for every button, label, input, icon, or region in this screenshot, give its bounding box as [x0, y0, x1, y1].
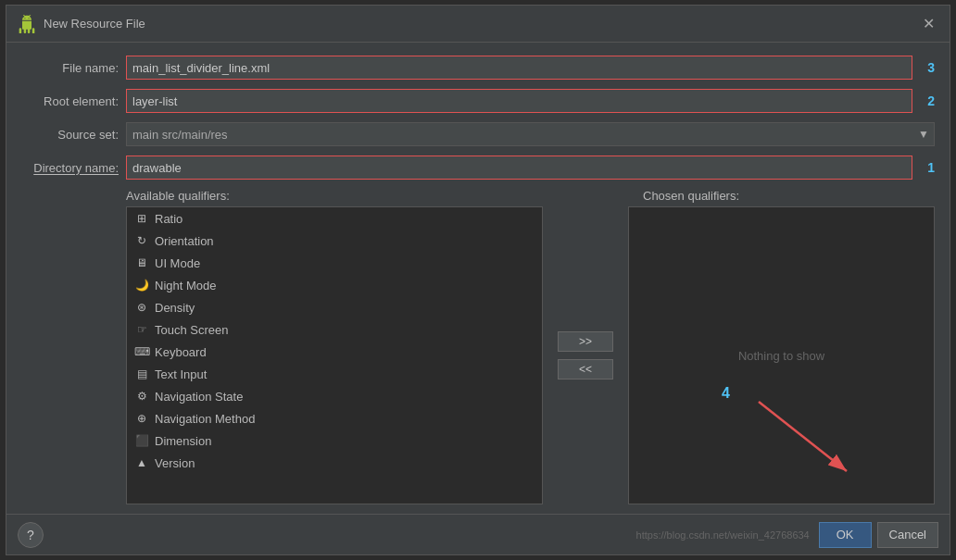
list-item[interactable]: ☞Touch Screen: [127, 318, 542, 341]
list-item[interactable]: 🖥UI Mode: [127, 252, 542, 274]
help-button[interactable]: ?: [18, 522, 44, 548]
remove-qualifier-button[interactable]: <<: [558, 359, 613, 380]
red-arrow: [740, 392, 861, 485]
qualifier-label: Dimension: [155, 434, 211, 448]
qualifier-buttons: >> <<: [543, 206, 628, 504]
file-name-row: File name: 3: [21, 56, 935, 80]
list-item[interactable]: ▤Text Input: [127, 363, 542, 385]
footer-url: https://blog.csdn.net/weixin_42768634: [636, 529, 810, 541]
list-item[interactable]: ⚙Navigation State: [127, 385, 542, 407]
list-item[interactable]: ▲Version: [127, 452, 542, 474]
source-set-label: Source set:: [21, 128, 119, 142]
list-item[interactable]: ⬛Dimension: [127, 429, 542, 452]
list-item[interactable]: ⊞Ratio: [127, 207, 542, 230]
qualifier-icon: ☞: [134, 322, 149, 337]
qualifier-icon: ⚙: [134, 389, 149, 404]
qualifier-icon: ⊛: [134, 300, 149, 315]
nothing-to-show-text: Nothing to show: [738, 349, 824, 363]
dialog: New Resource File ✕ File name: 3 Root el…: [6, 5, 950, 555]
root-element-row: Root element: 2: [21, 89, 935, 113]
file-name-input[interactable]: [126, 56, 912, 80]
qualifier-icon: 🖥: [134, 255, 149, 270]
qualifiers-header-row: Available qualifiers: Chosen qualifiers:: [21, 189, 935, 203]
android-icon: [18, 15, 36, 33]
qualifier-label: Density: [155, 301, 195, 315]
close-button[interactable]: ✕: [919, 15, 938, 33]
title-bar: New Resource File ✕: [6, 6, 950, 43]
source-set-wrapper: main src/main/res ▼: [126, 122, 935, 146]
list-item[interactable]: ↻Orientation: [127, 230, 542, 252]
qualifier-icon: ⬛: [134, 433, 149, 448]
qualifier-label: Touch Screen: [155, 323, 229, 337]
qualifier-label: Text Input: [155, 367, 207, 381]
footer-right: https://blog.csdn.net/weixin_42768634 OK…: [636, 522, 938, 548]
qualifier-icon: ⊕: [134, 411, 149, 426]
add-qualifier-button[interactable]: >>: [558, 331, 613, 352]
file-name-label: File name:: [21, 61, 119, 75]
dialog-body: File name: 3 Root element: 2 Source set:…: [6, 43, 950, 514]
qualifiers-section: Available qualifiers: Chosen qualifiers:…: [21, 189, 935, 504]
qualifier-label: Keyboard: [155, 345, 207, 359]
source-set-select[interactable]: main src/main/res: [126, 122, 935, 146]
qualifier-icon: ↻: [134, 233, 149, 248]
qualifier-label: UI Mode: [155, 256, 200, 270]
root-element-input[interactable]: [126, 89, 912, 113]
qualifier-icon: ▲: [134, 455, 149, 470]
directory-name-annotation: 1: [927, 160, 935, 175]
chosen-qualifiers-panel: Nothing to show 4: [628, 206, 935, 504]
directory-name-row: Directory name: 1: [21, 156, 935, 180]
qualifier-label: Navigation State: [155, 390, 243, 404]
title-bar-left: New Resource File: [18, 15, 145, 33]
root-element-annotation: 2: [927, 93, 935, 108]
qualifier-icon: ▤: [134, 367, 149, 381]
list-item[interactable]: ⌨Keyboard: [127, 341, 542, 363]
qualifier-label: Orientation: [155, 234, 214, 248]
list-item[interactable]: 🌙Night Mode: [127, 274, 542, 296]
available-qualifiers-header: Available qualifiers:: [126, 189, 543, 203]
qualifier-icon: 🌙: [134, 278, 149, 292]
svg-line-1: [759, 402, 847, 471]
directory-name-input[interactable]: [126, 156, 912, 180]
qualifier-icon: ⊞: [134, 211, 149, 226]
list-item[interactable]: ⊕Navigation Method: [127, 407, 542, 429]
source-set-row: Source set: main src/main/res ▼: [21, 122, 935, 146]
root-element-label: Root element:: [21, 94, 119, 108]
qualifier-label: Version: [155, 456, 195, 470]
cancel-button[interactable]: Cancel: [877, 522, 938, 548]
dialog-title: New Resource File: [44, 17, 145, 31]
qualifiers-content: ⊞Ratio↻Orientation🖥UI Mode🌙Night Mode⊛De…: [21, 206, 935, 504]
qualifier-label: Navigation Method: [155, 412, 255, 426]
list-item[interactable]: ⊛Density: [127, 296, 542, 318]
qualifier-label: Ratio: [155, 212, 182, 226]
available-qualifiers-list[interactable]: ⊞Ratio↻Orientation🖥UI Mode🌙Night Mode⊛De…: [126, 206, 543, 504]
annotation-4: 4: [722, 385, 730, 402]
ok-button[interactable]: OK: [819, 522, 872, 548]
directory-name-label: Directory name:: [21, 161, 119, 175]
chosen-qualifiers-header: Chosen qualifiers:: [643, 189, 739, 203]
qualifier-icon: ⌨: [134, 344, 149, 359]
file-name-annotation: 3: [927, 60, 935, 75]
qualifier-label: Night Mode: [155, 279, 216, 292]
dialog-footer: ? https://blog.csdn.net/weixin_42768634 …: [6, 514, 950, 554]
